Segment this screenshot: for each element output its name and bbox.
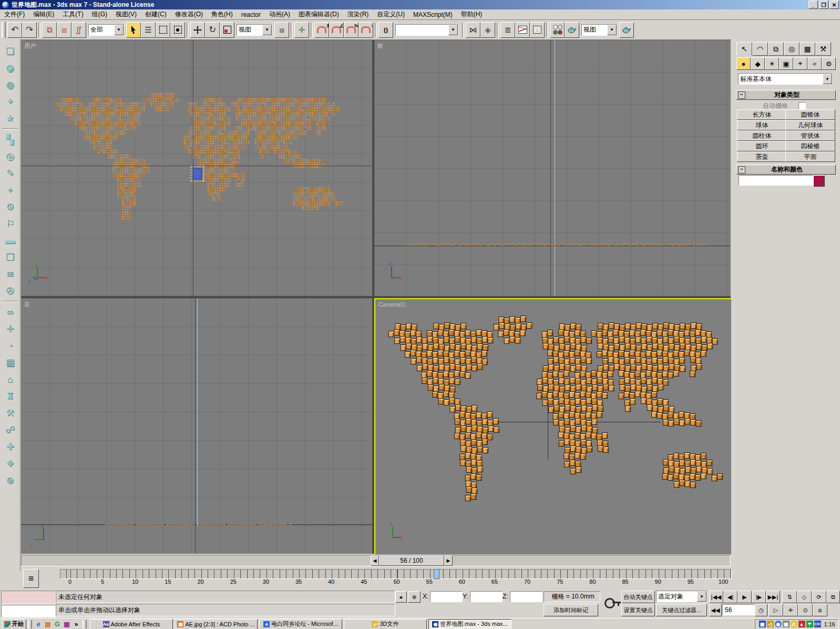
bind-spacewarp-icon[interactable]: ∬ — [71, 22, 86, 38]
tray-display-icon[interactable]: ▣ — [783, 621, 790, 627]
undo-button[interactable]: ↶ — [7, 22, 22, 38]
close-button[interactable]: ✕ — [829, 1, 839, 9]
render-scene-button[interactable] — [565, 22, 579, 38]
magnifier-icon[interactable]: ⚒ — [3, 406, 17, 420]
cross-icon[interactable]: ✚ — [3, 440, 17, 453]
viewport-front[interactable]: 前 z x — [374, 40, 731, 296]
menu-自定义U[interactable]: 自定义(U) — [373, 9, 409, 20]
viewport-label[interactable]: 前 — [377, 42, 383, 50]
zoom-all-icon[interactable]: ◇ — [797, 591, 812, 603]
menu-创建C[interactable]: 创建(C) — [141, 9, 171, 20]
start-button[interactable]: 开始 — [2, 619, 26, 629]
systems-icon[interactable]: ⚙ — [822, 57, 836, 70]
figure-icon[interactable]: ✛ — [3, 322, 17, 336]
tab-utilities[interactable]: ⚒ — [815, 42, 831, 56]
cameras-icon[interactable]: ▣ — [779, 57, 793, 70]
add-time-tag-button[interactable]: 添加时间标记 — [544, 604, 598, 616]
select-object-button[interactable] — [126, 22, 141, 38]
select-move-button[interactable] — [190, 22, 205, 38]
camera-rig-icon[interactable]: ⌖ — [3, 183, 17, 197]
layers-button[interactable]: ≣ — [500, 22, 515, 38]
probe-icon[interactable]: ⌂ — [3, 372, 17, 386]
tasks-grip[interactable] — [83, 620, 87, 628]
select-rotate-button[interactable]: ↻ — [205, 22, 220, 38]
tab-motion[interactable]: ◎ — [784, 42, 800, 56]
angle-snap-button[interactable]: ∠ — [329, 22, 344, 38]
waves-icon[interactable]: ≋ — [3, 267, 17, 281]
selection-lock-icon[interactable]: 🔒︎ — [395, 591, 407, 603]
tab-display[interactable]: ▦ — [800, 42, 815, 56]
render-preset-dropdown[interactable]: 视图▼ — [581, 24, 617, 36]
time-slider-handle[interactable]: ◀ 56 / 100 ▶ — [371, 555, 453, 565]
create-圆锥体-button[interactable]: 圆锥体 — [785, 109, 835, 120]
hand-icon[interactable]: ◔ — [3, 339, 17, 352]
rect-selection-region-button[interactable] — [156, 22, 170, 38]
mirror-button[interactable]: ⋈ — [466, 22, 480, 38]
maxscript-listener-box[interactable] — [1, 605, 56, 617]
tab-create[interactable]: ↖ — [736, 42, 752, 56]
y-coord-field[interactable] — [470, 591, 503, 602]
tray-globe-icon[interactable]: ◉ — [775, 621, 782, 627]
vane-icon[interactable]: ⚐ — [3, 217, 17, 230]
acdsee-quicklaunch-icon[interactable]: G — [53, 620, 62, 628]
minimize-button[interactable]: _ — [808, 1, 818, 9]
named-selection-sets-button[interactable]: {} — [378, 22, 393, 38]
select-link-icon[interactable]: ⧉ — [42, 22, 57, 38]
grid-icon[interactable]: ⊛ — [3, 473, 17, 487]
reel-icon[interactable]: ✇ — [3, 284, 17, 298]
chevron-icon[interactable]: » — [72, 620, 80, 628]
create-球体-button[interactable]: 球体 — [737, 120, 787, 130]
tray-volume-icon[interactable]: ◁ — [767, 621, 774, 627]
viewport-user[interactable]: 用户 y x z — [21, 40, 372, 296]
menu-动画A[interactable]: 动画(A) — [265, 9, 294, 20]
task-ae[interactable]: AeAdobe After Effects — [90, 619, 173, 629]
curve-editor-button[interactable] — [515, 22, 530, 38]
tab-hierarchy[interactable]: ⧉ — [768, 42, 784, 56]
tray-antivirus-icon[interactable]: ▲ — [798, 621, 805, 627]
named-sets-dropdown[interactable]: ▼ — [395, 24, 458, 36]
unlink-icon[interactable]: ⧈ — [57, 22, 71, 38]
redo-button[interactable]: ↷ — [22, 22, 37, 38]
tab-modify[interactable]: ◠ — [752, 42, 768, 56]
create-几何球体-button[interactable]: 几何球体 — [785, 120, 835, 130]
ime-indicator[interactable]: CH — [814, 621, 821, 627]
task-max[interactable]: ◉世界地图.max - 3ds max... — [428, 619, 511, 629]
quicklaunch-grip[interactable] — [28, 620, 32, 628]
min-max-toggle-icon[interactable]: ⧈ — [813, 604, 827, 616]
window-crossing-button[interactable] — [170, 22, 185, 38]
menu-组G[interactable]: 组(G) — [88, 9, 111, 20]
menu-视图V[interactable]: 视图(V) — [111, 9, 141, 20]
zoom-extents-all-icon[interactable]: ⧉ — [826, 591, 840, 603]
menu-角色H[interactable]: 角色(H) — [207, 9, 237, 20]
arc-rotate-icon[interactable]: ⊙ — [798, 604, 813, 616]
knot-icon[interactable]: ∞ — [3, 305, 17, 319]
object-name-field[interactable] — [739, 175, 813, 186]
select-manipulate-button[interactable]: ✛ — [294, 22, 309, 38]
ie-quicklaunch-icon[interactable]: e — [34, 620, 43, 628]
book-icon[interactable]: ▤ — [3, 356, 17, 369]
pan-hand-icon[interactable]: ✛ — [783, 604, 798, 616]
zoom-extents-icon[interactable]: ⟳ — [812, 591, 826, 603]
lights-icon[interactable]: ☀ — [765, 57, 779, 70]
boxes-icon[interactable]: ❏ — [3, 44, 17, 58]
go-to-start-button[interactable]: |◀◀ — [709, 591, 723, 603]
key-filters-button[interactable]: 关键点过滤器... — [656, 604, 707, 616]
viewport-camera01[interactable]: Camera01 y x — [374, 298, 733, 556]
menu-reactor[interactable]: reactor — [237, 10, 265, 19]
tool-icon[interactable]: ☍ — [3, 423, 17, 437]
menu-图表编辑器D[interactable]: 图表编辑器(D) — [294, 9, 343, 20]
rollout-name-color[interactable]: −名称和颜色 — [736, 165, 836, 175]
selection-filter-dropdown[interactable]: 全部▼ — [88, 24, 124, 36]
crate-icon[interactable]: ❒ — [3, 250, 17, 264]
spacewarps-icon[interactable]: ≈ — [807, 57, 822, 70]
lens-icon[interactable]: ♜ — [3, 389, 17, 403]
next-frame-button[interactable]: |▶ — [752, 591, 766, 603]
create-长方体-button[interactable]: 长方体 — [737, 109, 787, 120]
schematic-view-button[interactable]: ↓ — [530, 22, 545, 38]
prev-frame-button[interactable]: ◀| — [723, 591, 737, 603]
star-icon[interactable]: ★ — [3, 111, 17, 125]
select-scale-button[interactable] — [220, 22, 234, 38]
menu-修改器O[interactable]: 修改器(O) — [171, 9, 207, 20]
rollout-object-type[interactable]: −对象类型 — [736, 90, 836, 100]
category-dropdown[interactable]: 标准基本体▼ — [738, 73, 833, 85]
